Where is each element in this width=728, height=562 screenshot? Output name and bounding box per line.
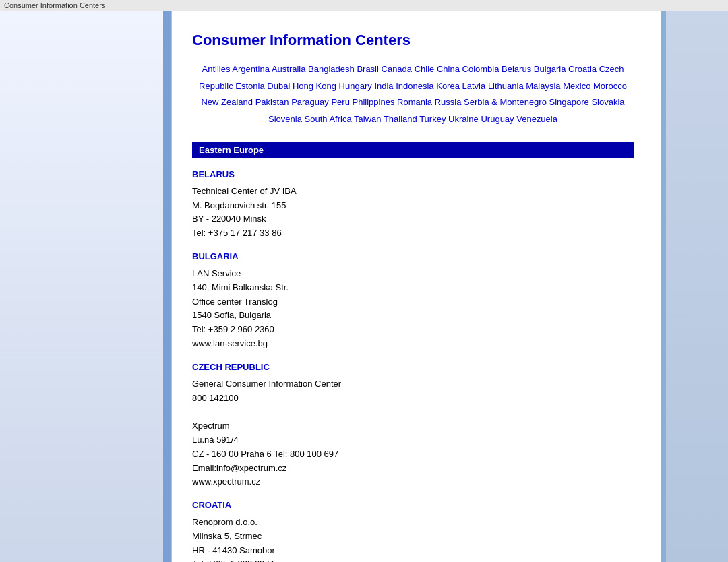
address-line: LAN Service [192,267,634,281]
address-line: Email:info@xpectrum.cz [192,462,634,476]
address-block-croatia: Renoprom d.o.o.Mlinska 5, StrmecHR - 414… [192,516,634,562]
country-heading-croatia: CROATIA [192,500,634,510]
nav-link-paraguay[interactable]: Paraguay [291,97,329,107]
address-line: Lu.ná 591/4 [192,433,634,447]
address-line: Tel: +375 17 217 33 86 [192,226,634,241]
nav-link-bangladesh[interactable]: Bangladesh [308,64,355,74]
nav-link-bulgaria[interactable]: Bulgaria [534,64,566,74]
address-block-bulgaria: LAN Service140, Mimi Balkanska Str.Offic… [192,267,634,351]
address-line: Tel: +359 2 960 2360 [192,323,634,337]
nav-links: Antilles Argentina Australia Bangladesh … [192,61,634,128]
nav-link-india[interactable]: India [374,81,393,91]
nav-link-colombia[interactable]: Colombia [462,64,499,74]
nav-link-south-africa[interactable]: South Africa [305,114,352,124]
nav-link-peru[interactable]: Peru [331,97,349,107]
title-bar-text: Consumer Information Centers [4,1,105,9]
address-block-czech-republic: General Consumer Information Center800 1… [192,377,634,489]
page-title: Consumer Information Centers [192,32,634,49]
address-line: 800 142100 [192,392,634,406]
nav-link-russia[interactable]: Russia [435,97,462,107]
nav-link-singapore[interactable]: Singapore [549,97,589,107]
address-line: BY - 220040 Minsk [192,212,634,226]
left-sidebar-accent [163,11,171,562]
nav-link-china[interactable]: China [437,64,460,74]
address-line: Tel: +385 1 333 0974 [192,557,634,562]
address-line: Renoprom d.o.o. [192,516,634,530]
nav-link-argentina[interactable]: Argentina [232,64,270,74]
nav-link-slovakia[interactable]: Slovakia [591,97,624,107]
nav-link-mexico[interactable]: Mexico [563,81,590,91]
nav-link-philippines[interactable]: Philippines [353,97,395,107]
nav-link-malaysia[interactable]: Malaysia [526,81,560,91]
nav-link-dubai[interactable]: Dubai [267,81,290,91]
address-line: www.xpectrum.cz [192,475,634,489]
country-heading-czech-republic: CZECH REPUBLIC [192,362,634,372]
nav-link-canada[interactable]: Canada [382,64,413,74]
nav-link-ukraine[interactable]: Ukraine [448,114,479,124]
nav-link-pakistan[interactable]: Pakistan [255,97,289,107]
nav-link-turkey[interactable]: Turkey [419,114,446,124]
address-line: General Consumer Information Center [192,377,634,392]
countries-list: BELARUSTechnical Center of JV IBAM. Bogd… [192,169,634,562]
nav-link-lithuania[interactable]: Lithuania [488,81,524,91]
address-line: Mlinska 5, Strmec [192,530,634,544]
nav-link-uruguay[interactable]: Uruguay [481,114,514,124]
nav-link-serbia-&-montenegro[interactable]: Serbia & Montenegro [464,97,547,107]
nav-link-latvia[interactable]: Latvia [462,81,486,91]
nav-link-croatia[interactable]: Croatia [568,64,597,74]
address-line [192,405,634,419]
nav-link-hungary[interactable]: Hungary [339,81,372,91]
nav-link-australia[interactable]: Australia [272,64,306,74]
nav-link-taiwan[interactable]: Taiwan [354,114,381,124]
right-sidebar [661,11,728,562]
nav-link-estonia[interactable]: Estonia [235,81,264,91]
nav-link-thailand[interactable]: Thailand [384,114,417,124]
address-line: 1540 Sofia, Bulgaria [192,309,634,323]
nav-link-venezuela[interactable]: Venezuela [516,114,557,124]
nav-link-antilles[interactable]: Antilles [202,64,230,74]
nav-link-indonesia[interactable]: Indonesia [396,81,433,91]
address-line: Xpectrum [192,419,634,433]
left-sidebar [0,11,172,562]
country-heading-bulgaria: BULGARIA [192,251,634,261]
nav-link-brasil[interactable]: Brasil [357,64,379,74]
address-line: Office center Translog [192,295,634,309]
address-line: CZ - 160 00 Praha 6 Tel: 800 100 697 [192,447,634,462]
nav-link-chile[interactable]: Chile [415,64,435,74]
nav-link-morocco[interactable]: Morocco [593,81,627,91]
nav-link-korea[interactable]: Korea [436,81,460,91]
address-line: M. Bogdanovich str. 155 [192,199,634,213]
country-heading-belarus: BELARUS [192,169,634,179]
address-block-belarus: Technical Center of JV IBAM. Bogdanovich… [192,185,634,241]
address-line: HR - 41430 Samobor [192,544,634,558]
nav-link-new-zealand[interactable]: New Zealand [201,97,253,107]
title-bar: Consumer Information Centers [0,0,728,11]
nav-link-hong-kong[interactable]: Hong Kong [293,81,336,91]
right-sidebar-accent [661,11,666,562]
nav-link-slovenia[interactable]: Slovenia [268,114,302,124]
address-line: www.lan-service.bg [192,337,634,351]
address-line: 140, Mimi Balkanska Str. [192,281,634,295]
section-header: Eastern Europe [192,142,634,158]
main-content: Consumer Information Centers Antilles Ar… [172,11,661,562]
nav-link-romania[interactable]: Romania [397,97,432,107]
address-line: Technical Center of JV IBA [192,185,634,199]
nav-link-belarus[interactable]: Belarus [502,64,531,74]
